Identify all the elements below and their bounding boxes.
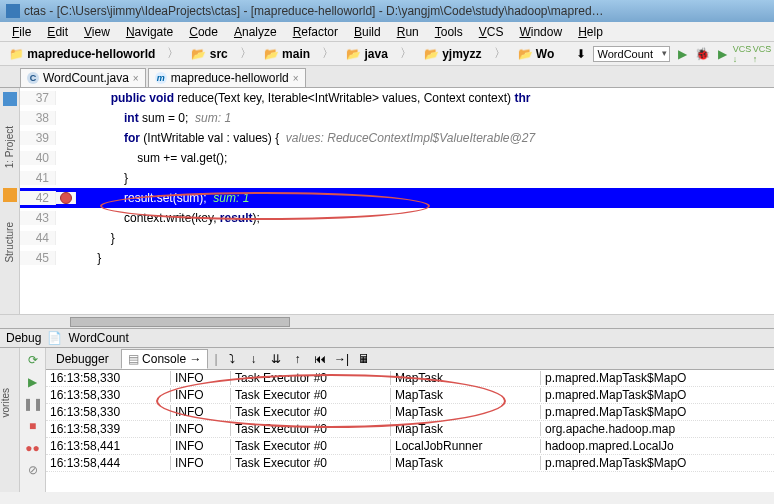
evaluate-icon[interactable]: 🖩 <box>356 351 372 367</box>
code-line[interactable]: 40 sum += val.get(); <box>20 148 774 168</box>
console-output[interactable]: 16:13:58,330INFOTask Executor #0MapTaskp… <box>46 370 774 492</box>
breadcrumb-item[interactable]: 📂 main <box>259 45 315 63</box>
breadcrumb-item[interactable]: 📂 java <box>341 45 393 63</box>
code-line[interactable]: 42 result.set(sum); sum: 1 <box>20 188 774 208</box>
breakpoint-icon[interactable] <box>60 192 72 204</box>
drop-frame-icon[interactable]: ⏮ <box>312 351 328 367</box>
breadcrumb-item[interactable]: 📂 src <box>186 45 232 63</box>
toolbar: 📁 mapreduce-helloworld〉📂 src〉📂 main〉📂 ja… <box>0 42 774 66</box>
debug-left-strip: vorites <box>0 348 20 492</box>
menu-analyze[interactable]: Analyze <box>226 23 285 41</box>
code-editor[interactable]: 37 public void reduce(Text key, Iterable… <box>20 88 774 314</box>
debug-tool-bar[interactable]: Debug 📄 WordCount <box>0 328 774 348</box>
menu-edit[interactable]: Edit <box>39 23 76 41</box>
code-line[interactable]: 38 int sum = 0; sum: 1 <box>20 108 774 128</box>
project-tool-icon[interactable] <box>3 92 17 106</box>
project-tool-label[interactable]: 1: Project <box>4 126 15 168</box>
close-icon[interactable]: × <box>293 73 299 84</box>
console-row: 16:13:58,441INFOTask Executor #0LocalJob… <box>46 438 774 455</box>
code-line[interactable]: 41 } <box>20 168 774 188</box>
vcs-commit-icon[interactable]: VCS↑ <box>754 46 770 62</box>
menu-vcs[interactable]: VCS <box>471 23 512 41</box>
run-to-cursor-icon[interactable]: →| <box>334 351 350 367</box>
menu-file[interactable]: File <box>4 23 39 41</box>
debugger-tab[interactable]: Debugger <box>50 350 115 368</box>
make-icon[interactable]: ⬇ <box>573 46 589 62</box>
code-line[interactable]: 44 } <box>20 228 774 248</box>
editor-tabs: CWordCount.java×mmapreduce-helloworld× <box>0 66 774 88</box>
step-into-icon[interactable]: ↓ <box>246 351 262 367</box>
menu-refactor[interactable]: Refactor <box>285 23 346 41</box>
console-row: 16:13:58,330INFOTask Executor #0MapTaskp… <box>46 387 774 404</box>
menu-window[interactable]: Window <box>511 23 570 41</box>
breadcrumb-item[interactable]: 📂 yjmyzz <box>419 45 487 63</box>
resume-icon[interactable]: ▶ <box>25 374 41 390</box>
code-line[interactable]: 37 public void reduce(Text key, Iterable… <box>20 88 774 108</box>
editor-tab[interactable]: CWordCount.java× <box>20 68 146 87</box>
editor-scrollbar[interactable] <box>0 314 774 328</box>
rerun-icon[interactable]: ⟳ <box>25 352 41 368</box>
force-step-into-icon[interactable]: ⇊ <box>268 351 284 367</box>
menu-bar[interactable]: FileEditViewNavigateCodeAnalyzeRefactorB… <box>0 22 774 42</box>
code-line[interactable]: 39 for (IntWritable val : values) { valu… <box>20 128 774 148</box>
step-over-icon[interactable]: ⤵ <box>224 351 240 367</box>
console-row: 16:13:58,444INFOTask Executor #0MapTaskp… <box>46 455 774 472</box>
console-row: 16:13:58,330INFOTask Executor #0MapTaskp… <box>46 404 774 421</box>
menu-navigate[interactable]: Navigate <box>118 23 181 41</box>
vcs-update-icon[interactable]: VCS↓ <box>734 46 750 62</box>
menu-help[interactable]: Help <box>570 23 611 41</box>
view-breakpoints-icon[interactable]: ●● <box>25 440 41 456</box>
step-out-icon[interactable]: ↑ <box>290 351 306 367</box>
menu-code[interactable]: Code <box>181 23 226 41</box>
stop-icon[interactable]: ■ <box>25 418 41 434</box>
run-coverage-icon[interactable]: ▶ <box>714 46 730 62</box>
title-bar: ctas - [C:\Users\jimmy\IdeaProjects\ctas… <box>0 0 774 22</box>
console-row: 16:13:58,339INFOTask Executor #0MapTasko… <box>46 421 774 438</box>
mute-breakpoints-icon[interactable]: ⊘ <box>25 462 41 478</box>
debug-controls: ⟳ ▶ ❚❚ ■ ●● ⊘ <box>20 348 46 492</box>
console-tab[interactable]: ▤ Console → <box>121 349 209 369</box>
debug-label: Debug <box>6 331 41 345</box>
breadcrumb-item[interactable]: 📂 Wo <box>513 45 560 63</box>
menu-view[interactable]: View <box>76 23 118 41</box>
app-icon <box>6 4 20 18</box>
code-line[interactable]: 43 context.write(key, result); <box>20 208 774 228</box>
structure-tool-icon[interactable] <box>3 188 17 202</box>
code-line[interactable]: 45 } <box>20 248 774 268</box>
window-title: ctas - [C:\Users\jimmy\IdeaProjects\ctas… <box>24 4 604 18</box>
run-config-select[interactable]: WordCount <box>593 46 670 62</box>
structure-tool-label[interactable]: Structure <box>4 222 15 263</box>
close-icon[interactable]: × <box>133 73 139 84</box>
editor-tab[interactable]: mmapreduce-helloworld× <box>148 68 306 87</box>
breadcrumb[interactable]: 📁 mapreduce-helloworld〉📂 src〉📂 main〉📂 ja… <box>4 43 559 64</box>
menu-build[interactable]: Build <box>346 23 389 41</box>
left-tool-strip[interactable]: 1: Project Structure <box>0 88 20 314</box>
debug-tabs: Debugger ▤ Console → | ⤵ ↓ ⇊ ↑ ⏮ →| 🖩 <box>46 348 774 370</box>
pause-icon[interactable]: ❚❚ <box>25 396 41 412</box>
debug-icon[interactable]: 🐞 <box>694 46 710 62</box>
debug-target: WordCount <box>68 331 128 345</box>
favorites-label[interactable]: vorites <box>0 388 11 417</box>
console-row: 16:13:58,330INFOTask Executor #0MapTaskp… <box>46 370 774 387</box>
run-icon[interactable]: ▶ <box>674 46 690 62</box>
breadcrumb-item[interactable]: 📁 mapreduce-helloworld <box>4 45 160 63</box>
menu-run[interactable]: Run <box>389 23 427 41</box>
menu-tools[interactable]: Tools <box>427 23 471 41</box>
scrollbar-thumb[interactable] <box>70 317 290 327</box>
